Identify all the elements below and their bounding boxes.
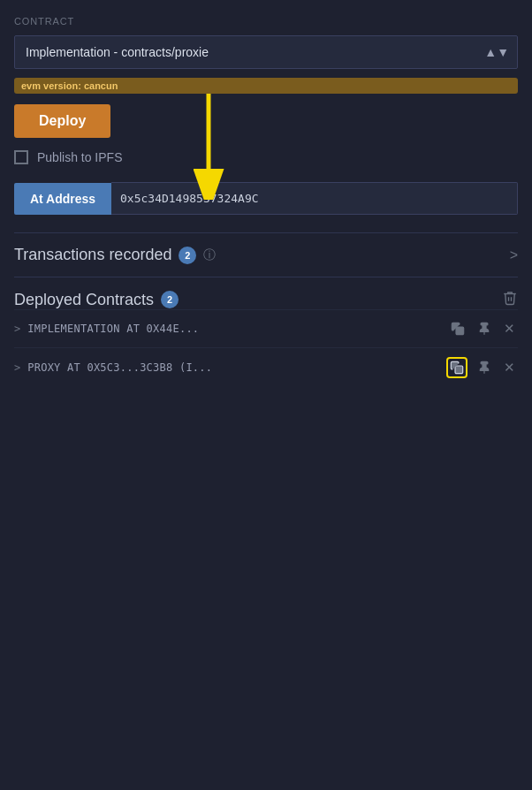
deployed-contracts-title: Deployed Contracts: [14, 291, 154, 309]
transactions-expand-icon[interactable]: >: [510, 247, 518, 263]
svg-rect-4: [455, 366, 463, 374]
svg-rect-2: [456, 327, 464, 335]
impl-copy-button[interactable]: [448, 320, 467, 338]
contract-item: > IMPLEMENTATION AT 0X44E... ✕: [14, 309, 518, 347]
deployed-contracts-row: Deployed Contracts 2: [14, 290, 518, 309]
trash-icon[interactable]: [502, 290, 518, 309]
impl-label: IMPLEMENTATION AT 0X44E...: [27, 323, 441, 335]
at-address-section: At Address: [14, 182, 518, 232]
proxy-label: PROXY AT 0X5C3...3C3B8 (I...: [27, 361, 439, 374]
transactions-badge: 2: [179, 247, 196, 264]
impl-remove-button[interactable]: ✕: [501, 319, 518, 338]
evm-version-badge: evm version: cancun: [14, 78, 518, 94]
proxy-expand-icon[interactable]: >: [14, 361, 20, 374]
publish-ipfs-checkbox[interactable]: [14, 150, 28, 164]
contract-select-wrapper: Implementation - contracts/proxie ▲▼: [14, 35, 518, 69]
info-icon[interactable]: ⓘ: [203, 247, 216, 263]
publish-ipfs-label: Publish to IPFS: [37, 150, 123, 164]
deployed-contracts-section: Deployed Contracts 2 > IMPLEMENTATION AT…: [14, 277, 518, 396]
publish-row: Publish to IPFS: [14, 150, 518, 164]
at-address-input[interactable]: [111, 182, 518, 215]
deployed-contracts-badge: 2: [161, 291, 179, 308]
transactions-row: Transactions recorded 2 ⓘ >: [14, 246, 518, 264]
deploy-button[interactable]: Deploy: [14, 104, 110, 138]
transactions-section: Transactions recorded 2 ⓘ >: [14, 232, 518, 277]
contract-select[interactable]: Implementation - contracts/proxie: [14, 35, 518, 69]
proxy-remove-button[interactable]: ✕: [501, 358, 518, 377]
section-label: CONTRACT: [14, 16, 518, 27]
contract-item: > PROXY AT 0X5C3...3C3B8 (I... ✕: [14, 347, 518, 387]
impl-expand-icon[interactable]: >: [14, 323, 20, 335]
impl-pin-button[interactable]: [475, 320, 494, 338]
proxy-pin-button[interactable]: [475, 359, 494, 376]
at-address-row: At Address: [14, 182, 518, 215]
proxy-copy-button[interactable]: [446, 357, 467, 378]
transactions-title: Transactions recorded: [14, 246, 171, 264]
at-address-button[interactable]: At Address: [14, 183, 111, 215]
deploy-panel: CONTRACT Implementation - contracts/prox…: [0, 0, 532, 790]
